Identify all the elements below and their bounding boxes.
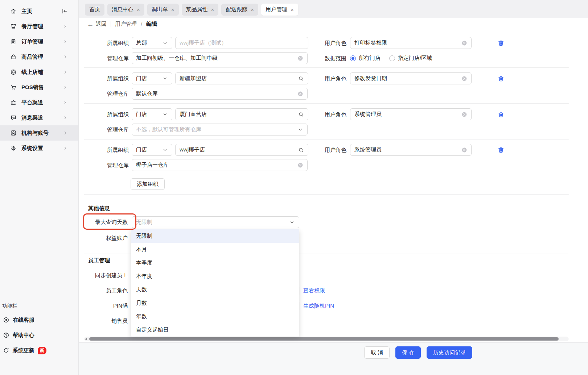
radio-selected-icon: [350, 55, 356, 61]
clear-icon[interactable]: [297, 91, 303, 97]
role-value: 系统管理员: [354, 146, 461, 153]
sidebar-item-online-store[interactable]: 线上店铺: [0, 64, 78, 80]
horizontal-scrollbar-thumb[interactable]: [89, 337, 559, 341]
sidebar-menu: 主页 餐厅管理 订单管理 商品管理 线上店铺: [0, 0, 78, 156]
breadcrumb: ← 返回 用户管理 / 编辑: [87, 21, 157, 28]
rights-account-label: 权益账户: [86, 235, 128, 241]
sidebar-item-online-support[interactable]: 在线客服: [0, 312, 78, 328]
warehouse-input[interactable]: 椰子店一仓库: [132, 159, 308, 171]
warehouse-select[interactable]: 不选，默认可管理所有仓库: [132, 124, 308, 136]
tab-delivery-tracking[interactable]: 配送跟踪 ×: [221, 4, 258, 16]
sidebar-item-help-center[interactable]: 帮助中心: [0, 328, 78, 343]
org-type-select[interactable]: 门店: [132, 144, 172, 156]
chevron-down-icon: [162, 112, 168, 117]
warehouse-input[interactable]: 默认仓库: [132, 88, 308, 100]
close-tab-icon[interactable]: ×: [291, 7, 294, 12]
tab-dish-attributes[interactable]: 菜品属性 ×: [182, 4, 219, 16]
sidebar-item-home[interactable]: 主页: [0, 4, 78, 19]
add-org-button[interactable]: 添加组织: [131, 178, 165, 190]
radio-unselected-icon: [389, 55, 395, 61]
org-name-value: wwj椰子店: [180, 146, 298, 153]
save-button[interactable]: 保 存: [395, 346, 421, 359]
clear-icon[interactable]: [461, 112, 467, 117]
delete-row-button[interactable]: [496, 110, 506, 120]
collapse-sidebar-icon[interactable]: [61, 8, 68, 14]
sidebar-item-label: POS销售: [21, 84, 63, 91]
tab-label: 配送跟踪: [226, 6, 247, 13]
tab-home[interactable]: 首页: [85, 4, 104, 16]
sidebar-item-label: 系统设置: [21, 145, 63, 152]
max-query-days-select[interactable]: 无限制: [132, 216, 299, 228]
radio-all-stores[interactable]: 所有门店: [350, 55, 381, 62]
gear-icon: [10, 145, 17, 151]
clear-icon[interactable]: [461, 40, 467, 46]
dropdown-option[interactable]: 本月: [131, 243, 299, 256]
dropdown-option[interactable]: 月数: [131, 296, 299, 310]
clear-icon[interactable]: [461, 147, 467, 153]
chevron-right-icon: [63, 85, 68, 90]
role-input[interactable]: 修改发货日期: [350, 72, 472, 84]
delete-row-button[interactable]: [496, 74, 506, 84]
sidebar-item-orders[interactable]: 订单管理: [0, 34, 78, 49]
back-label: 返回: [96, 21, 107, 28]
chevron-down-icon: [162, 147, 168, 153]
org-type-select[interactable]: 门店: [132, 108, 172, 120]
sidebar-item-products[interactable]: 商品管理: [0, 49, 78, 64]
employee-title: 员工管理: [88, 257, 110, 264]
tab-user-management[interactable]: 用户管理 ×: [261, 4, 298, 16]
radio-specified-stores[interactable]: 指定门店/区域: [389, 55, 432, 62]
sidebar-item-system-update[interactable]: 系统更新 新: [0, 343, 78, 358]
dropdown-option[interactable]: 年数: [131, 310, 299, 323]
clear-icon[interactable]: [297, 55, 303, 61]
org-type-select[interactable]: 总部: [132, 37, 172, 49]
sidebar-item-pos-sales[interactable]: POS销售: [0, 80, 78, 95]
org-name-input[interactable]: 新疆加盟店: [175, 72, 308, 84]
history-access-button[interactable]: 历史访问记录: [427, 346, 472, 359]
role-input[interactable]: 系统管理员: [350, 144, 472, 156]
role-value: 系统管理员: [354, 111, 461, 118]
sidebar-item-message-channels[interactable]: 消息渠道: [0, 110, 78, 125]
content-right-border: [569, 18, 569, 342]
warehouse-input[interactable]: 加工间初级、一仓库、加工间中级: [132, 52, 308, 64]
close-tab-icon[interactable]: ×: [137, 7, 140, 12]
close-tab-icon[interactable]: ×: [251, 7, 254, 12]
org-name-input[interactable]: 厦门直营店: [175, 108, 308, 120]
close-tab-icon[interactable]: ×: [171, 7, 174, 12]
cancel-button[interactable]: 取 消: [364, 346, 390, 359]
view-permissions-link[interactable]: 查看权限: [303, 287, 325, 294]
sidebar-item-platform-channels[interactable]: 平台渠道: [0, 95, 78, 110]
role-input[interactable]: 系统管理员: [350, 108, 472, 120]
org-name-input[interactable]: wwj椰子店: [175, 144, 308, 156]
chef-hat-icon: [10, 23, 17, 30]
delete-row-button[interactable]: [496, 39, 506, 48]
tab-transfer-out[interactable]: 调出单 ×: [147, 4, 179, 16]
close-tab-icon[interactable]: ×: [211, 7, 214, 12]
chevron-right-icon: [63, 115, 68, 120]
clear-icon[interactable]: [297, 162, 303, 168]
scroll-left-arrow-icon[interactable]: [85, 338, 87, 341]
tab-label: 调出单: [152, 6, 168, 13]
back-button[interactable]: ← 返回: [87, 21, 107, 28]
warehouse-label: 管理仓库: [84, 88, 129, 100]
role-label: 用户角色: [312, 108, 346, 120]
org-name-input[interactable]: wwj椰子店（测试）: [175, 37, 308, 49]
field-divider: [300, 287, 300, 295]
dropdown-option[interactable]: 本季度: [131, 256, 299, 270]
refresh-icon: [3, 347, 9, 354]
delete-row-button[interactable]: [496, 146, 506, 155]
dropdown-option-selected[interactable]: 无限制: [131, 229, 299, 243]
role-input[interactable]: 打印标签权限: [350, 37, 472, 49]
generate-random-pin-link[interactable]: 生成随机PIN: [303, 303, 334, 309]
dropdown-option[interactable]: 天数: [131, 283, 299, 296]
clear-icon[interactable]: [461, 76, 467, 82]
sidebar-item-system-settings[interactable]: 系统设置: [0, 141, 78, 156]
sidebar-item-restaurant[interactable]: 餐厅管理: [0, 19, 78, 34]
trash-icon: [497, 146, 505, 154]
dropdown-option[interactable]: 本年度: [131, 270, 299, 283]
tab-message-center[interactable]: 消息中心 ×: [107, 4, 144, 16]
org-type-select[interactable]: 门店: [132, 72, 172, 84]
sidebar-item-org-accounts[interactable]: 机构与账号: [0, 125, 78, 141]
org-label: 所属组织: [84, 144, 129, 156]
chevron-right-icon: [63, 54, 68, 59]
dropdown-option[interactable]: 自定义起始日: [131, 323, 299, 337]
